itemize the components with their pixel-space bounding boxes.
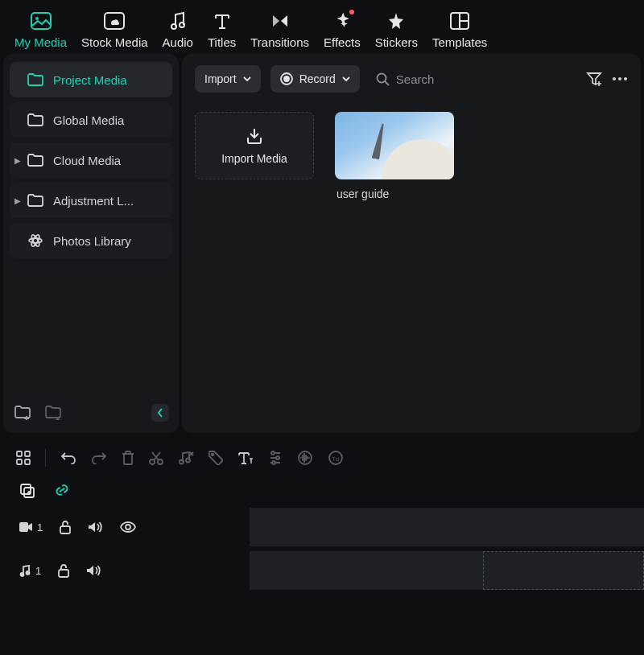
svg-point-3 (171, 24, 176, 29)
svg-point-25 (186, 459, 190, 463)
lock-icon[interactable] (57, 563, 70, 578)
delete-folder-icon[interactable] (45, 406, 61, 420)
audio-track-row: 1 (0, 549, 644, 592)
music-note-icon (19, 564, 31, 577)
link-icon[interactable] (53, 484, 71, 498)
sidebar-item-project-media[interactable]: Project Media (10, 62, 172, 97)
new-folder-icon[interactable] (14, 406, 31, 420)
filter-icon[interactable] (586, 72, 602, 86)
svg-rect-18 (17, 451, 22, 456)
add-track-icon[interactable] (19, 483, 35, 499)
sidebar: Project Media Global Media ▶ Cloud Media… (3, 54, 179, 433)
tab-my-media[interactable]: My Media (14, 10, 67, 49)
folder-icon (27, 73, 43, 86)
lock-icon[interactable] (59, 520, 72, 534)
import-icon (245, 126, 264, 146)
import-button-label: Import (204, 72, 237, 85)
adjust-icon[interactable] (268, 451, 283, 465)
svg-point-1 (35, 17, 39, 20)
folder-icon (27, 154, 43, 167)
video-track-row: 1 (0, 505, 644, 549)
text-tool-icon[interactable] (237, 451, 254, 465)
tab-stock-media[interactable]: Stock Media (81, 10, 148, 49)
svg-rect-36 (60, 526, 70, 533)
svg-point-24 (180, 460, 184, 464)
sidebar-item-label: Cloud Media (53, 154, 121, 167)
waveform-icon[interactable] (297, 451, 313, 465)
svg-point-29 (272, 461, 275, 464)
tab-audio[interactable]: Audio (163, 10, 193, 49)
timeline-drop-zone[interactable] (483, 551, 644, 590)
video-track-region[interactable] (250, 508, 644, 546)
tab-label: Transitions (250, 35, 309, 49)
tab-effects[interactable]: Effects (324, 10, 361, 49)
grid-icon[interactable] (16, 451, 31, 465)
folder-icon (27, 194, 43, 207)
mute-icon[interactable] (86, 564, 102, 577)
tag-icon[interactable] (208, 451, 223, 465)
effects-icon (332, 11, 352, 31)
sidebar-item-cloud-media[interactable]: ▶ Cloud Media (10, 142, 172, 178)
tab-label: Effects (324, 35, 361, 49)
sidebar-item-photos-library[interactable]: Photos Library (10, 223, 172, 258)
video-track-number: 1 (37, 521, 43, 533)
redo-icon[interactable] (91, 451, 107, 464)
tab-templates[interactable]: Templates (432, 10, 487, 49)
tab-stickers[interactable]: Stickers (375, 10, 418, 49)
tab-transitions[interactable]: Transitions (250, 10, 309, 49)
speed-icon[interactable]: Tᴅ (328, 451, 344, 465)
svg-point-28 (276, 456, 279, 459)
chevron-down-icon (342, 76, 350, 82)
record-icon (280, 72, 293, 85)
undo-icon[interactable] (60, 451, 76, 464)
timeline-toolbar: Tᴅ (0, 441, 644, 475)
transitions-icon (270, 12, 290, 30)
mute-icon[interactable] (88, 521, 104, 533)
search-input[interactable]: Search (369, 72, 435, 86)
search-placeholder: Search (396, 72, 435, 86)
svg-point-4 (180, 23, 184, 27)
photos-app-icon (27, 233, 43, 249)
music-icon (170, 11, 186, 31)
expand-caret-icon: ▶ (14, 196, 21, 205)
collapse-sidebar-button[interactable] (151, 404, 169, 422)
svg-point-15 (613, 77, 616, 80)
svg-rect-21 (25, 459, 30, 464)
tab-label: My Media (14, 35, 67, 49)
content-panel: Import Record Search Import Media (182, 54, 641, 433)
svg-rect-20 (17, 459, 22, 464)
media-caption: user guide (335, 187, 454, 200)
folder-icon (27, 113, 43, 126)
text-icon (213, 12, 231, 30)
sidebar-item-label: Project Media (53, 73, 127, 87)
tab-titles[interactable]: Titles (208, 10, 236, 49)
record-button[interactable]: Record (270, 65, 360, 93)
more-icon[interactable] (612, 76, 628, 81)
tab-label: Stock Media (81, 35, 148, 49)
timeline: 1 1 (0, 475, 644, 592)
tab-label: Stickers (375, 35, 418, 49)
svg-point-27 (271, 451, 275, 455)
sidebar-item-adjustment-layers[interactable]: ▶ Adjustment L... (10, 183, 172, 218)
audio-track-badge[interactable]: 1 (19, 564, 41, 577)
search-icon (376, 72, 390, 86)
svg-point-38 (21, 573, 24, 576)
import-button[interactable]: Import (195, 65, 261, 93)
svg-point-9 (29, 238, 42, 243)
svg-rect-35 (19, 522, 28, 532)
media-thumbnail (335, 112, 454, 179)
visibility-icon[interactable] (120, 521, 136, 533)
import-media-card[interactable]: Import Media (195, 112, 314, 179)
svg-point-13 (284, 76, 289, 81)
split-icon[interactable] (149, 451, 163, 465)
sidebar-item-label: Photos Library (53, 234, 131, 248)
audio-track-region[interactable] (250, 551, 644, 590)
media-item-user-guide[interactable]: user guide (335, 112, 454, 200)
svg-rect-19 (25, 451, 30, 456)
audio-detach-icon[interactable] (178, 451, 194, 465)
cloud-media-icon (104, 12, 125, 30)
sidebar-item-global-media[interactable]: Global Media (10, 102, 172, 138)
delete-icon[interactable] (122, 451, 134, 465)
video-track-badge[interactable]: 1 (19, 521, 43, 533)
svg-point-16 (618, 77, 621, 80)
